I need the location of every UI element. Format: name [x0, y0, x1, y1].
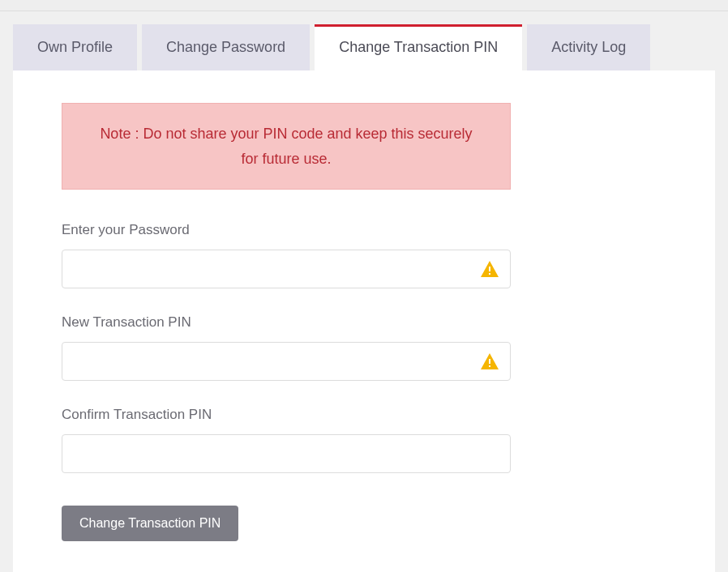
new-pin-input[interactable] [62, 342, 511, 381]
confirm-pin-group: Confirm Transaction PIN [62, 407, 511, 473]
top-bar [0, 0, 728, 11]
security-note-alert: Note : Do not share your PIN code and ke… [62, 103, 511, 190]
tab-change-password[interactable]: Change Password [142, 24, 310, 70]
tab-bar: Own Profile Change Password Change Trans… [13, 24, 715, 70]
confirm-pin-input-wrapper [62, 434, 511, 473]
new-pin-group: New Transaction PIN [62, 314, 511, 381]
new-pin-input-wrapper [62, 342, 511, 381]
tab-own-profile[interactable]: Own Profile [13, 24, 137, 70]
page-container: Own Profile Change Password Change Trans… [0, 11, 728, 572]
confirm-pin-label: Confirm Transaction PIN [62, 407, 511, 423]
password-label: Enter your Password [62, 222, 511, 238]
password-group: Enter your Password [62, 222, 511, 288]
confirm-pin-input[interactable] [62, 434, 511, 473]
tab-activity-log[interactable]: Activity Log [527, 24, 650, 70]
password-input-wrapper [62, 250, 511, 288]
password-input[interactable] [62, 250, 511, 288]
content-panel: Note : Do not share your PIN code and ke… [13, 70, 715, 572]
submit-button[interactable]: Change Transaction PIN [62, 506, 238, 541]
new-pin-label: New Transaction PIN [62, 314, 511, 331]
tab-change-transaction-pin[interactable]: Change Transaction PIN [315, 24, 522, 70]
